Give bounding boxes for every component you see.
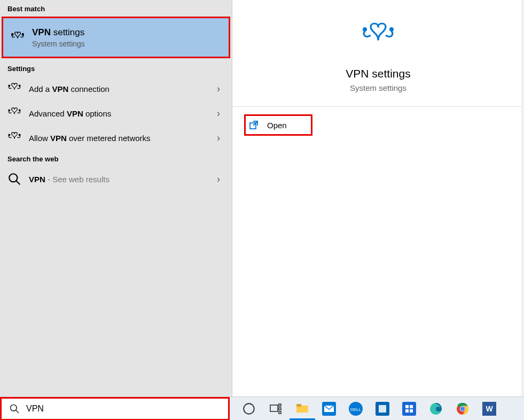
- detail-pane: VPN settings System settings Open: [232, 0, 524, 396]
- results-pane: Best match VPN settings System settings: [0, 0, 232, 396]
- chevron-right-icon: ›: [217, 83, 220, 95]
- app-icon: [402, 402, 416, 416]
- dell-icon: DELL: [349, 402, 363, 416]
- svg-rect-15: [279, 404, 281, 406]
- svg-rect-18: [296, 404, 301, 407]
- chevron-right-icon: ›: [217, 174, 220, 185]
- search-icon: [7, 172, 21, 186]
- task-view-button[interactable]: [263, 398, 288, 420]
- svg-point-6: [9, 134, 10, 136]
- svg-rect-22: [405, 405, 409, 408]
- open-action[interactable]: Open: [244, 114, 312, 136]
- svg-point-29: [460, 407, 465, 411]
- svg-point-3: [19, 85, 20, 87]
- mail-button[interactable]: [316, 398, 342, 420]
- best-match-title: VPN settings: [32, 27, 85, 38]
- app-button-1[interactable]: [370, 398, 395, 420]
- chrome-icon: [456, 402, 470, 416]
- web-result-item[interactable]: VPN - See web results ›: [0, 167, 232, 191]
- app-icon: [376, 402, 389, 416]
- svg-rect-16: [279, 408, 281, 410]
- best-match-header: Best match: [0, 0, 232, 17]
- open-icon: [249, 120, 259, 130]
- settings-item-allow-vpn-metered[interactable]: Allow VPN over metered networks ›: [0, 126, 232, 150]
- word-icon: W: [482, 402, 496, 416]
- search-input[interactable]: [26, 404, 221, 414]
- vpn-icon: [11, 30, 25, 44]
- chevron-right-icon: ›: [217, 133, 220, 144]
- list-item-label: VPN - See web results: [29, 175, 110, 184]
- edge-button[interactable]: [423, 398, 449, 420]
- svg-rect-17: [279, 411, 281, 414]
- svg-point-7: [19, 134, 20, 136]
- cortana-button[interactable]: [236, 398, 262, 420]
- folder-icon: [295, 401, 309, 415]
- list-item-label: Add a VPN connection: [29, 84, 110, 94]
- vpn-icon: [7, 106, 21, 120]
- detail-title: VPN settings: [346, 67, 410, 80]
- app-button-2[interactable]: [396, 398, 422, 420]
- svg-point-9: [363, 27, 367, 32]
- search-icon: [9, 403, 20, 414]
- chrome-button[interactable]: [450, 398, 475, 420]
- settings-item-add-vpn[interactable]: Add a VPN connection ›: [0, 76, 232, 101]
- svg-rect-24: [405, 409, 409, 413]
- svg-point-5: [19, 110, 20, 111]
- search-web-header: Search the web: [0, 150, 232, 167]
- detail-subtitle: System settings: [350, 83, 406, 92]
- best-match-subtitle: System settings: [32, 40, 85, 48]
- svg-point-13: [244, 403, 254, 414]
- svg-text:DELL: DELL: [350, 407, 362, 412]
- vpn-icon: [7, 131, 21, 145]
- svg-rect-23: [410, 405, 413, 408]
- detail-header: VPN settings System settings: [232, 0, 524, 107]
- list-item-label: Advanced VPN options: [29, 109, 111, 118]
- word-button[interactable]: W: [476, 398, 502, 420]
- list-item-label: Allow VPN over metered networks: [29, 134, 151, 143]
- svg-text:W: W: [486, 405, 493, 413]
- search-box[interactable]: [0, 397, 230, 421]
- svg-rect-21: [379, 405, 386, 413]
- settings-header: Settings: [0, 60, 232, 76]
- file-explorer-button[interactable]: [290, 398, 315, 420]
- mail-icon: [322, 402, 336, 416]
- taskbar: DELL W: [0, 396, 524, 420]
- open-label: Open: [267, 121, 287, 130]
- best-match-result[interactable]: VPN settings System settings: [2, 17, 230, 58]
- svg-point-10: [389, 27, 394, 32]
- svg-point-2: [9, 85, 10, 87]
- vpn-large-icon: [361, 22, 395, 52]
- settings-item-advanced-vpn[interactable]: Advanced VPN options ›: [0, 101, 232, 126]
- svg-rect-25: [410, 409, 413, 413]
- svg-point-4: [9, 110, 10, 111]
- edge-icon: [429, 402, 443, 416]
- scrollbar[interactable]: [521, 0, 524, 396]
- task-view-icon: [269, 402, 283, 416]
- vpn-icon: [7, 82, 21, 96]
- dell-app-button[interactable]: DELL: [343, 398, 369, 420]
- cortana-icon: [242, 402, 256, 416]
- chevron-right-icon: ›: [217, 108, 220, 119]
- svg-rect-14: [270, 405, 278, 411]
